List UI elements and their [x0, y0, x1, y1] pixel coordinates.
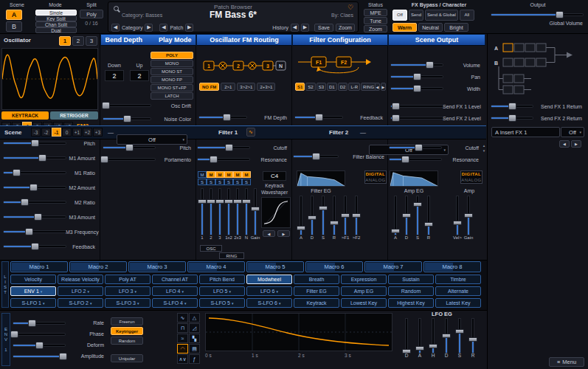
macro-button[interactable]: Macro 5 [246, 261, 304, 272]
slider-handle[interactable] [424, 222, 433, 227]
param-slider[interactable] [199, 114, 246, 121]
lfo-trigger-option[interactable]: Random [111, 337, 143, 345]
slider-handle[interactable] [464, 213, 473, 218]
mod-source-button[interactable]: S-LFO 4 [152, 298, 198, 308]
mixer-channel-slider[interactable] [215, 189, 224, 235]
param-slider[interactable] [390, 144, 441, 151]
param-slider[interactable] [103, 115, 151, 123]
mixer-channel-slider[interactable] [207, 189, 215, 235]
character-option[interactable]: Neutral [418, 23, 443, 32]
filter-config-prev-icon[interactable]: ◀ [375, 83, 380, 91]
eg-slider[interactable] [352, 196, 361, 235]
fx-bypass-option[interactable]: Send [409, 10, 423, 21]
mod-source-button[interactable]: Timbre [435, 275, 481, 284]
mod-source-button[interactable]: LFO 3 [105, 286, 151, 296]
slider-handle[interactable] [402, 349, 411, 354]
history-next-icon[interactable]: ▶ [301, 24, 309, 32]
param-slider[interactable] [13, 353, 65, 360]
fm-routing-option[interactable]: 2>1 [221, 83, 235, 91]
scene-octave-cell[interactable]: -1 [52, 128, 61, 137]
scene-b-button[interactable]: B [6, 21, 22, 32]
param-slider[interactable] [391, 103, 443, 110]
fx-insert-slot-label[interactable]: A Insert FX 1 [491, 127, 560, 137]
mod-source-button[interactable]: LFO 2 [58, 286, 103, 296]
param-slider[interactable] [13, 320, 65, 327]
slider-handle[interactable] [198, 199, 207, 204]
oscillator-tab[interactable]: 2 [72, 36, 84, 46]
history-prev-icon[interactable]: ◀ [291, 24, 299, 32]
mod-source-button[interactable]: Keytrack [294, 298, 339, 308]
param-slider[interactable] [491, 114, 533, 122]
scene-octave-cell[interactable]: +1 [72, 128, 82, 137]
slider-handle[interactable] [242, 199, 251, 204]
fx-bypass-option[interactable]: Send & Global [425, 10, 458, 21]
mod-source-button[interactable]: Random [388, 286, 434, 296]
eg-slider[interactable] [341, 196, 350, 235]
slider-track[interactable] [103, 105, 151, 106]
unipolar-toggle[interactable]: Unipolar [111, 354, 143, 362]
mod-source-button[interactable]: Velocity [10, 275, 56, 284]
scene-octave-cell[interactable]: +3 [93, 128, 103, 137]
slider-handle[interactable] [413, 73, 421, 80]
bend-up-value[interactable]: 2 [130, 70, 149, 81]
mode-option[interactable]: Single [35, 10, 77, 15]
save-button[interactable]: Save [314, 24, 333, 32]
macro-button[interactable]: Macro 2 [69, 261, 127, 272]
scene-octave-cell[interactable]: -2 [41, 128, 51, 137]
waveshaper-prev-icon[interactable]: ◀ [263, 230, 275, 237]
mod-source-button[interactable]: S-LFO 2 [58, 298, 103, 308]
param-slider[interactable] [4, 243, 66, 250]
mod-source-button[interactable]: LFO 4 [152, 286, 198, 296]
slider-handle[interactable] [453, 221, 462, 225]
retrigger-toggle[interactable]: RETRIGGER [50, 111, 98, 120]
eg-slider[interactable] [297, 196, 305, 235]
slider-handle[interactable] [426, 61, 434, 69]
mod-source-button[interactable]: Filter EG [294, 286, 339, 296]
patch-prev-icon[interactable]: ◀ [159, 24, 167, 32]
slider-handle[interactable] [315, 114, 323, 121]
slider-handle[interactable] [468, 337, 477, 342]
fm-routing-option[interactable]: NO FM [199, 83, 219, 91]
mixer-solo-button[interactable]: S [215, 179, 224, 185]
mod-source-button[interactable]: LFO 5 [199, 286, 245, 296]
analog-mode-option[interactable]: ANALOG [461, 177, 482, 183]
slider-handle[interactable] [34, 213, 42, 221]
param-slider[interactable] [390, 156, 441, 163]
mod-source-button[interactable]: S-LFO 6 [246, 298, 292, 308]
bend-down-value[interactable]: 2 [105, 70, 124, 81]
character-option[interactable]: Bright [444, 23, 468, 32]
mixer-solo-button[interactable]: S [233, 179, 242, 185]
slider-handle[interactable] [223, 114, 231, 121]
amp-slider[interactable] [453, 196, 462, 235]
slider-handle[interactable] [508, 114, 516, 122]
slider-handle[interactable] [30, 184, 38, 191]
slider-track[interactable] [13, 334, 65, 335]
lfo-shape-icon[interactable]: ⊓ [177, 323, 188, 333]
eg-slider[interactable] [330, 196, 339, 235]
mod-source-button[interactable]: Release Velocity [58, 275, 103, 284]
filter1-subtype-dash[interactable]: — [108, 129, 114, 136]
filter2-subtype-dash[interactable]: — [360, 129, 366, 136]
mixer-solo-button[interactable]: S [242, 179, 251, 185]
param-slider[interactable] [4, 139, 66, 147]
param-slider[interactable] [294, 153, 338, 160]
slider-handle[interactable] [352, 213, 361, 218]
filter-config-next-icon[interactable]: ▶ [381, 83, 386, 91]
keytrack-toggle[interactable]: KEYTRACK [1, 111, 49, 120]
amp-eg-display[interactable] [390, 170, 438, 187]
mixer-solo-button[interactable]: S [224, 179, 233, 185]
mod-source-button[interactable]: ENV 1 [10, 286, 56, 296]
digital-mode-option[interactable]: DIGITAL [461, 171, 482, 177]
fx-next-icon[interactable]: ▶ [571, 140, 581, 148]
slider-handle[interactable] [391, 229, 400, 233]
fm-routing-option[interactable]: 3>2>1 [237, 83, 255, 91]
mode-option[interactable]: Chan Split [35, 21, 77, 27]
mixer-channel-slider[interactable] [251, 189, 260, 235]
param-slider[interactable] [103, 156, 155, 163]
category-prev-icon[interactable]: ◀ [111, 24, 120, 32]
fx-prev-icon[interactable]: ◀ [559, 140, 570, 148]
play-mode-option[interactable]: POLY [151, 52, 193, 59]
fx-insert-selector[interactable]: A Insert FX 1 Off ▾ [491, 127, 584, 137]
slider-handle[interactable] [312, 153, 320, 160]
scene-octave-cell[interactable]: 0 [62, 128, 72, 137]
